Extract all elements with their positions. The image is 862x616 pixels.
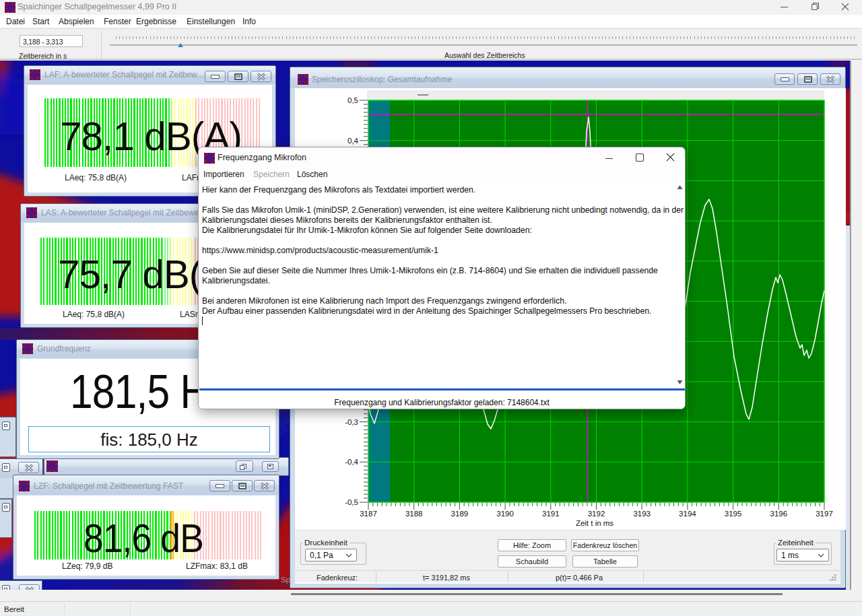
svg-text:3193: 3193: [633, 510, 651, 518]
svg-text:3190: 3190: [496, 510, 514, 518]
svg-text:0,4: 0,4: [347, 137, 359, 145]
svg-text:3188: 3188: [405, 510, 423, 518]
svg-text:-0,4: -0,4: [345, 458, 358, 466]
svg-text:3192: 3192: [588, 510, 605, 518]
svg-text:3187: 3187: [360, 510, 377, 518]
svg-text:3194: 3194: [679, 510, 696, 518]
svg-text:3191: 3191: [542, 510, 560, 518]
svg-text:3195: 3195: [725, 510, 742, 518]
svg-text:-0,3: -0,3: [345, 418, 358, 426]
svg-text:-0,5: -0,5: [345, 498, 358, 506]
svg-text:3197: 3197: [816, 510, 833, 518]
svg-text:3196: 3196: [770, 510, 788, 518]
svg-text:Zeit t in ms: Zeit t in ms: [576, 519, 614, 527]
svg-text:3189: 3189: [451, 510, 469, 518]
svg-text:0,5: 0,5: [347, 96, 358, 104]
